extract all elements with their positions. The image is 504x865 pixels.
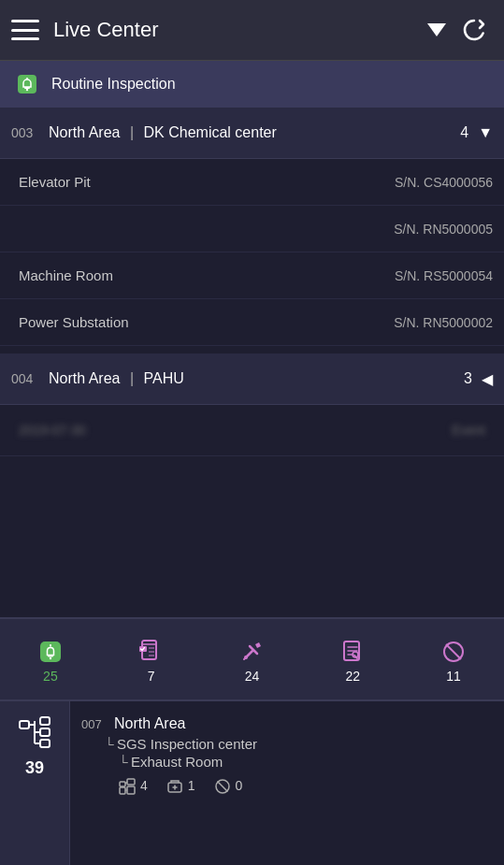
tab-count-2: 24 — [245, 669, 260, 684]
tab-icon-3 — [339, 635, 366, 664]
tab-maintenance[interactable]: 24 — [202, 635, 303, 683]
svg-point-8 — [244, 656, 248, 659]
sub-item-label-elevator-pit: Elevator Pit — [19, 174, 395, 190]
svg-rect-27 — [127, 786, 135, 794]
tab-routine-inspection[interactable]: 25 — [0, 635, 101, 683]
svg-point-5 — [50, 656, 51, 658]
inspection-type-icon — [14, 71, 40, 97]
sub-item-label-power-substation: Power Substation — [19, 314, 394, 330]
tab-icon-4 — [440, 635, 467, 664]
sub-item-machine-room[interactable]: Machine Room S/N. RS5000054 — [0, 252, 504, 299]
dropdown-arrow-icon — [427, 23, 446, 36]
sub-item-serial-1: S/N. RN5000005 — [394, 222, 493, 237]
sub-item-serial-0: S/N. CS4000056 — [395, 175, 493, 190]
svg-point-2 — [26, 89, 28, 91]
tab-count-3: 22 — [346, 669, 361, 684]
main-content: 003 North Area | DK Chemical center 4 ▼ … — [0, 108, 504, 617]
node-stat-1: 1 — [166, 777, 195, 795]
tab-icon-1 — [138, 635, 165, 664]
stat-value-0: 4 — [140, 778, 148, 793]
node-num-007: 007 — [81, 717, 114, 731]
sub-item-serial-2: S/N. RS5000054 — [395, 268, 493, 283]
sidebar-tree-icon — [18, 715, 51, 749]
stat-value-2: 0 — [236, 778, 243, 793]
date-extra: Event — [452, 423, 485, 438]
tab-reports[interactable]: 22 — [302, 635, 403, 683]
svg-rect-14 — [20, 721, 29, 728]
svg-rect-24 — [127, 779, 135, 785]
node-row-007: 007 North Area — [81, 715, 493, 732]
date-text: 2019-07-30 — [19, 423, 86, 438]
sidebar-count: 39 — [25, 758, 44, 778]
area-arrow-003: ▼ — [478, 124, 493, 141]
sidebar-panel: 39 — [0, 701, 70, 865]
node-name-007: North Area — [114, 715, 185, 732]
area-name-004: North Area | PAHU — [49, 370, 464, 387]
sub-item-label-machine-room: Machine Room — [19, 267, 395, 283]
node-child-sgs: └ SGS Inspection center — [81, 736, 493, 752]
node-stat-2: 0 — [214, 777, 243, 795]
tab-disabled[interactable]: 11 — [403, 635, 504, 683]
node-subchild-exhaust: └ Exhaust Room — [81, 754, 493, 770]
svg-rect-1 — [24, 87, 30, 89]
hamburger-menu-button[interactable] — [11, 20, 39, 40]
svg-line-30 — [217, 781, 227, 791]
tab-checklist[interactable]: 7 — [101, 635, 202, 683]
area-count-003: 4 — [460, 124, 468, 141]
sub-item-rn5000005[interactable]: S/N. RN5000005 — [0, 206, 504, 252]
node-stat-0: 4 — [119, 777, 148, 795]
tree-connector-1: └ — [105, 737, 114, 752]
refresh-icon — [461, 17, 487, 43]
svg-rect-17 — [40, 740, 50, 747]
inspection-label: Routine Inspection — [51, 76, 176, 93]
date-row: 2019-07-30 Event — [0, 405, 504, 456]
area-row-003[interactable]: 003 North Area | DK Chemical center 4 ▼ — [0, 108, 504, 159]
node-child-name-sgs: SGS Inspection center — [117, 736, 257, 752]
tree-connector-2: └ — [119, 755, 128, 770]
header: Live Center — [0, 0, 504, 61]
stat-icon-2 — [214, 777, 231, 795]
header-refresh-button[interactable] — [455, 11, 493, 49]
tab-count-4: 11 — [446, 669, 461, 684]
bottom-panel: 39 007 North Area └ SGS Inspection cente… — [0, 701, 504, 865]
header-title: Live Center — [53, 18, 418, 42]
svg-line-13 — [446, 644, 461, 659]
bell-shield-icon — [14, 71, 40, 97]
header-dropdown-button[interactable] — [418, 11, 455, 49]
tab-icon-2 — [238, 635, 265, 664]
svg-rect-16 — [40, 728, 50, 736]
area-num-003: 003 — [11, 125, 49, 140]
node-subchild-name-exhaust: Exhaust Room — [131, 754, 223, 770]
inspection-bar: Routine Inspection — [0, 61, 504, 108]
stat-icon-1 — [166, 777, 183, 795]
tab-icon-0 — [37, 635, 64, 664]
tab-count-1: 7 — [148, 669, 155, 684]
sub-item-power-substation[interactable]: Power Substation S/N. RN5000002 — [0, 299, 504, 346]
area-num-004: 004 — [11, 371, 49, 386]
area-count-004: 3 — [464, 370, 472, 387]
stat-icon-0 — [119, 777, 136, 795]
stat-value-1: 1 — [188, 778, 195, 793]
tab-bar: 25 7 24 — [0, 617, 504, 701]
svg-rect-23 — [120, 787, 125, 794]
svg-rect-22 — [120, 782, 125, 786]
svg-rect-15 — [40, 717, 50, 725]
area-row-004[interactable]: 004 North Area | PAHU 3 ◀ — [0, 353, 504, 405]
node-content: 007 North Area └ SGS Inspection center └… — [70, 701, 504, 865]
sub-item-elevator-pit[interactable]: Elevator Pit S/N. CS4000056 — [0, 159, 504, 206]
tab-count-0: 25 — [43, 669, 58, 684]
svg-rect-4 — [48, 655, 53, 656]
spacer — [0, 346, 504, 353]
area-name-003: North Area | DK Chemical center — [49, 124, 460, 141]
area-arrow-004: ◀ — [482, 370, 493, 388]
node-stats: 4 1 0 — [81, 777, 493, 795]
sub-item-serial-3: S/N. RN5000002 — [394, 315, 493, 330]
